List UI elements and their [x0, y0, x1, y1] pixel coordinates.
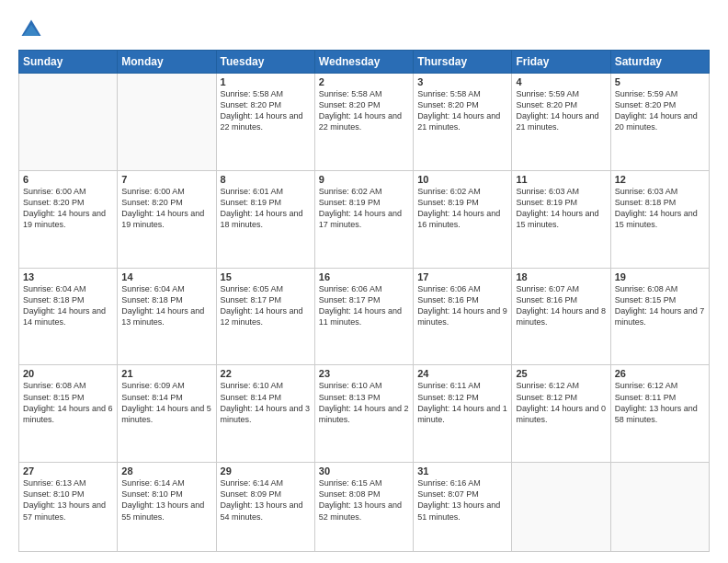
calendar-cell: 21Sunrise: 6:09 AMSunset: 8:14 PMDayligh…: [118, 365, 216, 463]
cell-info: Sunrise: 6:06 AMSunset: 8:16 PMDaylight:…: [417, 283, 507, 328]
day-number: 15: [221, 271, 311, 282]
weekday-header-thursday: Thursday: [414, 51, 512, 74]
cell-info: Sunrise: 6:08 AMSunset: 8:15 PMDaylight:…: [615, 283, 705, 328]
cell-info: Sunrise: 6:12 AMSunset: 8:11 PMDaylight:…: [615, 380, 705, 425]
calendar-cell: [19, 74, 118, 171]
day-number: 6: [23, 174, 113, 185]
day-number: 25: [516, 368, 606, 379]
day-number: 8: [221, 174, 311, 185]
cell-info: Sunrise: 6:07 AMSunset: 8:16 PMDaylight:…: [516, 283, 606, 328]
cell-info: Sunrise: 5:59 AMSunset: 8:20 PMDaylight:…: [516, 88, 606, 133]
day-number: 18: [516, 271, 606, 282]
calendar-cell: 15Sunrise: 6:05 AMSunset: 8:17 PMDayligh…: [216, 268, 314, 365]
week-row-0: 1Sunrise: 5:58 AMSunset: 8:20 PMDaylight…: [19, 74, 710, 171]
calendar-cell: 1Sunrise: 5:58 AMSunset: 8:20 PMDaylight…: [216, 74, 314, 171]
calendar-cell: 17Sunrise: 6:06 AMSunset: 8:16 PMDayligh…: [414, 268, 512, 365]
page: SundayMondayTuesdayWednesdayThursdayFrid…: [0, 0, 728, 563]
weekday-header-monday: Monday: [118, 51, 216, 74]
day-number: 7: [121, 174, 211, 185]
day-number: 17: [417, 271, 507, 282]
day-number: 16: [319, 271, 409, 282]
calendar-cell: 13Sunrise: 6:04 AMSunset: 8:18 PMDayligh…: [19, 268, 118, 365]
day-number: 21: [121, 368, 211, 379]
day-number: 5: [615, 76, 705, 87]
calendar-cell: 23Sunrise: 6:10 AMSunset: 8:13 PMDayligh…: [314, 365, 413, 463]
calendar-cell: 19Sunrise: 6:08 AMSunset: 8:15 PMDayligh…: [610, 268, 709, 365]
calendar-cell: 9Sunrise: 6:02 AMSunset: 8:19 PMDaylight…: [314, 170, 413, 268]
calendar-cell: 14Sunrise: 6:04 AMSunset: 8:18 PMDayligh…: [118, 268, 216, 365]
calendar-cell: 10Sunrise: 6:02 AMSunset: 8:19 PMDayligh…: [414, 170, 512, 268]
cell-info: Sunrise: 6:06 AMSunset: 8:17 PMDaylight:…: [319, 283, 409, 328]
cell-info: Sunrise: 6:10 AMSunset: 8:14 PMDaylight:…: [221, 380, 311, 425]
logo: [18, 17, 48, 42]
cell-info: Sunrise: 6:12 AMSunset: 8:12 PMDaylight:…: [516, 380, 606, 425]
day-number: 12: [615, 174, 705, 185]
calendar-table: SundayMondayTuesdayWednesdayThursdayFrid…: [18, 50, 710, 552]
calendar-cell: 24Sunrise: 6:11 AMSunset: 8:12 PMDayligh…: [414, 365, 512, 463]
day-number: 22: [221, 368, 311, 379]
cell-info: Sunrise: 6:16 AMSunset: 8:07 PMDaylight:…: [417, 477, 507, 523]
cell-info: Sunrise: 5:58 AMSunset: 8:20 PMDaylight:…: [221, 88, 311, 133]
cell-info: Sunrise: 6:03 AMSunset: 8:19 PMDaylight:…: [516, 186, 606, 231]
cell-info: Sunrise: 6:02 AMSunset: 8:19 PMDaylight:…: [319, 186, 409, 231]
day-number: 30: [319, 465, 409, 477]
calendar-cell: 25Sunrise: 6:12 AMSunset: 8:12 PMDayligh…: [512, 365, 610, 463]
calendar-cell: 26Sunrise: 6:12 AMSunset: 8:11 PMDayligh…: [610, 365, 709, 463]
week-row-4: 27Sunrise: 6:13 AMSunset: 8:10 PMDayligh…: [19, 463, 710, 552]
day-number: 26: [615, 368, 705, 379]
day-number: 14: [121, 271, 211, 282]
calendar-cell: 29Sunrise: 6:14 AMSunset: 8:09 PMDayligh…: [216, 463, 314, 552]
cell-info: Sunrise: 6:05 AMSunset: 8:17 PMDaylight:…: [221, 283, 311, 328]
calendar-cell: 16Sunrise: 6:06 AMSunset: 8:17 PMDayligh…: [314, 268, 413, 365]
calendar-cell: 12Sunrise: 6:03 AMSunset: 8:18 PMDayligh…: [610, 170, 709, 268]
header: [18, 17, 710, 42]
calendar-cell: 5Sunrise: 5:59 AMSunset: 8:20 PMDaylight…: [610, 74, 709, 171]
calendar-cell: 11Sunrise: 6:03 AMSunset: 8:19 PMDayligh…: [512, 170, 610, 268]
day-number: 10: [417, 174, 507, 185]
cell-info: Sunrise: 6:14 AMSunset: 8:09 PMDaylight:…: [221, 477, 311, 523]
cell-info: Sunrise: 6:01 AMSunset: 8:19 PMDaylight:…: [221, 186, 311, 231]
cell-info: Sunrise: 6:03 AMSunset: 8:18 PMDaylight:…: [615, 186, 705, 231]
cell-info: Sunrise: 6:04 AMSunset: 8:18 PMDaylight:…: [23, 283, 113, 328]
day-number: 23: [319, 368, 409, 379]
calendar-cell: 18Sunrise: 6:07 AMSunset: 8:16 PMDayligh…: [512, 268, 610, 365]
day-number: 31: [417, 465, 507, 477]
day-number: 9: [319, 174, 409, 185]
cell-info: Sunrise: 6:00 AMSunset: 8:20 PMDaylight:…: [121, 186, 211, 231]
calendar-cell: 2Sunrise: 5:58 AMSunset: 8:20 PMDaylight…: [314, 74, 413, 171]
cell-info: Sunrise: 6:00 AMSunset: 8:20 PMDaylight:…: [23, 186, 113, 231]
cell-info: Sunrise: 6:02 AMSunset: 8:19 PMDaylight:…: [417, 186, 507, 231]
weekday-header-row: SundayMondayTuesdayWednesdayThursdayFrid…: [19, 51, 710, 74]
cell-info: Sunrise: 6:15 AMSunset: 8:08 PMDaylight:…: [319, 477, 409, 523]
logo-icon: [18, 17, 44, 42]
week-row-3: 20Sunrise: 6:08 AMSunset: 8:15 PMDayligh…: [19, 365, 710, 463]
weekday-header-sunday: Sunday: [19, 51, 118, 74]
day-number: 29: [221, 465, 311, 477]
day-number: 11: [516, 174, 606, 185]
calendar-cell: 3Sunrise: 5:58 AMSunset: 8:20 PMDaylight…: [414, 74, 512, 171]
weekday-header-saturday: Saturday: [610, 51, 709, 74]
calendar-cell: [610, 463, 709, 552]
day-number: 1: [221, 76, 311, 87]
day-number: 24: [417, 368, 507, 379]
day-number: 4: [516, 76, 606, 87]
cell-info: Sunrise: 6:04 AMSunset: 8:18 PMDaylight:…: [121, 283, 211, 328]
calendar-cell: 7Sunrise: 6:00 AMSunset: 8:20 PMDaylight…: [118, 170, 216, 268]
calendar-cell: 22Sunrise: 6:10 AMSunset: 8:14 PMDayligh…: [216, 365, 314, 463]
weekday-header-tuesday: Tuesday: [216, 51, 314, 74]
day-number: 28: [121, 465, 211, 477]
weekday-header-friday: Friday: [512, 51, 610, 74]
cell-info: Sunrise: 6:14 AMSunset: 8:10 PMDaylight:…: [121, 477, 211, 523]
day-number: 19: [615, 271, 705, 282]
calendar-cell: 20Sunrise: 6:08 AMSunset: 8:15 PMDayligh…: [19, 365, 118, 463]
day-number: 3: [417, 76, 507, 87]
cell-info: Sunrise: 5:58 AMSunset: 8:20 PMDaylight:…: [319, 88, 409, 133]
calendar-cell: 6Sunrise: 6:00 AMSunset: 8:20 PMDaylight…: [19, 170, 118, 268]
calendar-cell: 8Sunrise: 6:01 AMSunset: 8:19 PMDaylight…: [216, 170, 314, 268]
cell-info: Sunrise: 6:09 AMSunset: 8:14 PMDaylight:…: [121, 380, 211, 425]
calendar-cell: 28Sunrise: 6:14 AMSunset: 8:10 PMDayligh…: [118, 463, 216, 552]
cell-info: Sunrise: 5:59 AMSunset: 8:20 PMDaylight:…: [615, 88, 705, 133]
week-row-1: 6Sunrise: 6:00 AMSunset: 8:20 PMDaylight…: [19, 170, 710, 268]
cell-info: Sunrise: 6:11 AMSunset: 8:12 PMDaylight:…: [417, 380, 507, 425]
calendar-cell: 27Sunrise: 6:13 AMSunset: 8:10 PMDayligh…: [19, 463, 118, 552]
